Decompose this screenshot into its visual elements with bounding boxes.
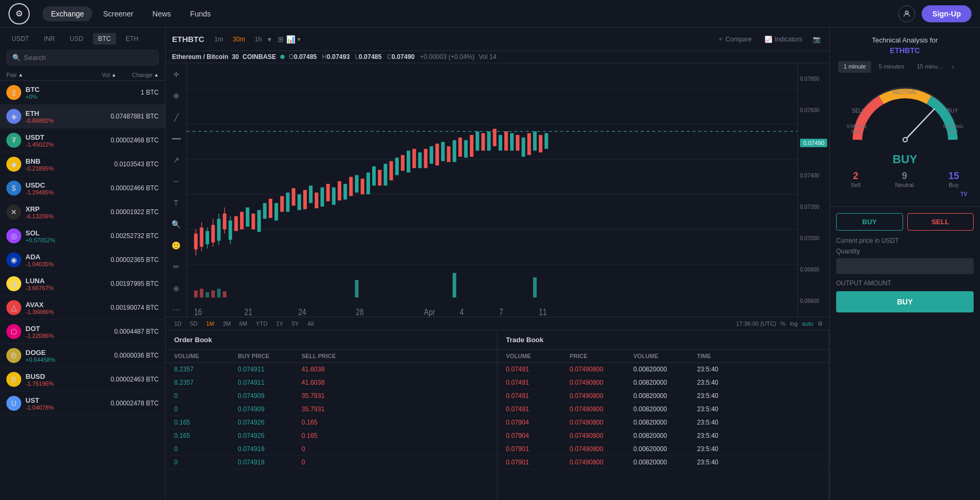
vol-col-header[interactable]: Vol ▲ [74,72,116,78]
range-5y[interactable]: 5Y [289,319,300,328]
sidebar-tab-usd[interactable]: USD [64,33,88,45]
pair-item[interactable]: U UST -1.04078% 0.00002478 BTC [0,392,165,416]
range-1m[interactable]: 1M [204,319,216,328]
settings-icon[interactable]: ⚙ [818,320,823,327]
range-1d[interactable]: 1D [172,319,184,328]
signup-button[interactable]: Sign-Up [922,5,972,22]
tech-tab-1min[interactable]: 1 minute [838,61,871,73]
sidebar-tab-inr[interactable]: INR [39,33,61,45]
pair-item[interactable]: ◎ SOL +0.57052% 0.00252732 BTC [0,224,165,248]
range-3m[interactable]: 3M [220,319,233,328]
pair-item[interactable]: ₿ BTC +0% 1 BTC [0,81,165,105]
range-ytd[interactable]: YTD [254,319,270,328]
svg-rect-68 [498,135,502,151]
pair-item[interactable]: ₮ USDT -1.45022% 0.00002468 BTC [0,129,165,152]
pair-item[interactable]: Ð DOGE +0.64458% 0.0000036 BTC [0,344,165,368]
order-book-row: 0 0.074919 0 [166,443,497,456]
screenshot-icon[interactable]: 📷 [811,33,823,45]
pair-item[interactable]: ◈ ETH -0.86882% 0.07487881 BTC [0,105,165,129]
tf-30m[interactable]: 30m [229,34,249,45]
measure-tool[interactable]: ↔ [169,174,184,188]
price-field-label: Current price in USDT [836,237,974,244]
change-col-header[interactable]: Change ▲ [116,72,159,78]
nav-items: Exchange Screener News Funds [42,6,886,21]
pair-info: DOT -1.22086% [25,325,114,339]
ob-vol-header: VOLUME [174,353,238,359]
auto-toggle[interactable]: auto [802,320,813,327]
svg-rect-79 [205,292,209,298]
horizontal-tool[interactable]: ━━ [169,132,184,146]
ob-buy-price: 0.074926 [238,432,302,439]
svg-rect-77 [194,291,198,298]
tf-1m[interactable]: 1m [211,34,227,45]
pair-item[interactable]: $ USDC -1.29485% 0.00002466 BTC [0,176,165,200]
range-6m[interactable]: 6M [237,319,250,328]
svg-text:16: 16 [194,307,202,317]
sidebar-tab-usdt[interactable]: USDT [6,33,35,45]
sell-tab[interactable]: SELL [907,213,974,231]
more-tools[interactable]: ⋯ [169,303,184,317]
emoji-tool[interactable]: 🙂 [169,239,184,252]
nav-funds[interactable]: Funds [182,6,219,21]
sidebar-tab-eth[interactable]: ETH [121,33,144,45]
indicators-button[interactable]: 📈 Indicators [760,33,806,45]
quantity-input[interactable] [836,258,974,274]
range-all[interactable]: All [305,319,316,328]
ohlc-values: O0.07485 H0.07493 L0.07485 C0.07490 +0.0… [289,53,475,61]
svg-rect-70 [510,133,514,151]
range-5d[interactable]: 5D [188,319,200,328]
search-input[interactable] [24,54,153,62]
price-level-6: 0.06800 [800,267,827,273]
magnet-tool[interactable]: ⊕ [169,282,184,295]
pair-item[interactable]: ◆ BNB -0.21895% 0.0103543 BTC [0,152,165,176]
compare-button[interactable]: ＋ Compare [713,32,756,46]
crosshair-tool[interactable]: ⊕ [169,89,184,103]
zoom-tool[interactable]: 🔍 [169,217,184,231]
user-icon[interactable] [898,5,915,22]
pair-price: 0.00252732 BTC [110,232,159,240]
percent-toggle[interactable]: % [780,320,786,327]
cursor-tool[interactable]: ✛ [169,67,184,81]
ob-buy-price: 0.074909 [238,392,302,400]
tech-tab-5min[interactable]: 5 minutes [873,61,909,73]
log-toggle[interactable]: log [790,320,798,327]
tb-price: 0.07490800 [570,459,633,466]
pair-item[interactable]: B BUSD -1.76196% 0.00002463 BTC [0,368,165,392]
draw-tool[interactable]: ╱ [169,111,184,124]
pair-item[interactable]: ◉ ADA -1.04035% 0.00002365 BTC [0,248,165,272]
chart-symbol: ETHBTC [172,35,204,44]
tech-tabs-more[interactable]: › [950,61,956,73]
pair-item[interactable]: △ AVAX -1.36886% 0.00190074 BTC [0,296,165,320]
pair-item[interactable]: ⬡ DOT -1.22086% 0.0004487 BTC [0,320,165,344]
tf-dropdown[interactable]: ▾ [268,35,271,44]
nav-news[interactable]: News [144,6,179,21]
chart-type-icon1[interactable]: ⊞ [278,35,284,44]
pair-item[interactable]: ✕ XRP -6.13206% 0.00001922 BTC [0,200,165,224]
tech-tab-15min[interactable]: 15 minu... [912,61,948,73]
pair-col-header[interactable]: Pair ▲ [6,72,74,78]
svg-rect-22 [234,216,238,231]
svg-text:21: 21 [244,307,252,317]
range-1y[interactable]: 1Y [274,319,285,328]
pencil-tool[interactable]: ✏ [169,260,184,274]
current-price-badge: 0.07490 [800,139,827,147]
pair-info: SOL +0.57052% [25,229,110,243]
pair-item[interactable]: ◑ LUNA -3.66767% 0.00197995 BTC [0,272,165,296]
chart-type-dropdown[interactable]: ▾ [297,36,300,43]
trend-tool[interactable]: ↗ [169,153,184,167]
buy-tab[interactable]: BUY [836,213,903,231]
tf-1h[interactable]: 1h [251,34,265,45]
chart-type-icon2[interactable]: 📊 [286,35,295,44]
text-tool[interactable]: T [169,196,184,210]
pair-info: ADA -1.04035% [25,253,110,267]
sidebar-tab-btc[interactable]: BTC [93,33,116,45]
nav-screener[interactable]: Screener [94,6,142,21]
ob-buy-header: BUY PRICE [238,353,302,359]
nav-exchange[interactable]: Exchange [42,6,92,21]
pair-price: 0.0000036 BTC [114,352,159,359]
pair-price: 1 BTC [141,89,159,96]
tb-vol-header: VOLUME [506,353,570,359]
pair-price: 0.0103543 BTC [114,160,159,168]
svg-rect-29 [274,203,278,221]
buy-button[interactable]: BUY [836,291,974,312]
